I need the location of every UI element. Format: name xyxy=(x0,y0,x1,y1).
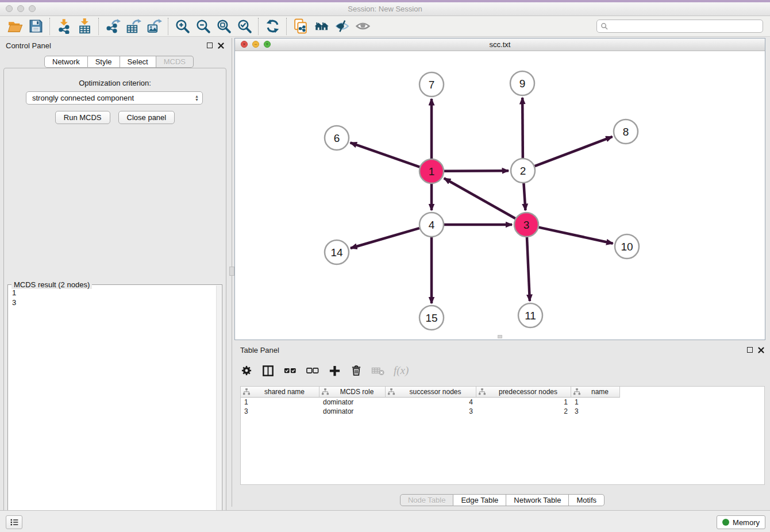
delete-rows-button[interactable] xyxy=(350,364,363,377)
tab-network[interactable]: Network xyxy=(44,56,88,68)
float-table-panel-icon[interactable] xyxy=(747,347,753,353)
optimization-criterion-select[interactable]: strongly connected component ▲▼ xyxy=(26,91,203,105)
table-body: 1dominator4113dominator323 xyxy=(241,398,764,416)
tab-network-table[interactable]: Network Table xyxy=(506,494,569,506)
edge-2-3[interactable] xyxy=(523,183,525,210)
column-type-icon xyxy=(479,388,486,395)
create-column-button[interactable] xyxy=(328,364,341,377)
save-session-button[interactable] xyxy=(25,17,46,36)
column-header-name[interactable]: name xyxy=(571,387,620,398)
maximize-window-button[interactable] xyxy=(29,5,36,12)
edge-2-9[interactable] xyxy=(522,98,523,158)
table-cell: 2 xyxy=(476,407,571,416)
tab-edge-table[interactable]: Edge Table xyxy=(453,494,506,506)
memory-button[interactable]: Memory xyxy=(717,515,765,529)
table-settings-button[interactable] xyxy=(240,364,253,377)
network-window-titlebar[interactable]: × − + scc.txt xyxy=(235,38,765,51)
unselect-all-columns-button[interactable] xyxy=(306,364,319,377)
zoom-selected-button[interactable] xyxy=(234,17,255,36)
table-cell: 4 xyxy=(386,398,476,407)
node-table: shared nameMCDS rolesuccessor nodesprede… xyxy=(240,386,765,485)
close-window-button[interactable] xyxy=(6,5,13,12)
select-all-columns-button[interactable] xyxy=(283,364,297,377)
minimize-window-button[interactable] xyxy=(17,5,24,12)
mcds-result-scrollbar[interactable] xyxy=(216,286,221,532)
refresh-button[interactable] xyxy=(262,17,283,36)
table-cell: dominator xyxy=(319,398,386,407)
app-titlebar: Session: New Session xyxy=(0,2,770,16)
tab-mcds[interactable]: MCDS xyxy=(156,56,194,68)
delete-column-button[interactable] xyxy=(371,364,385,377)
column-type-icon xyxy=(243,388,250,395)
export-network-button[interactable] xyxy=(102,17,123,36)
network-graph[interactable]: 7968124314101511 xyxy=(235,51,765,340)
run-mcds-button[interactable]: Run MCDS xyxy=(55,111,110,124)
fit-content-button[interactable] xyxy=(213,17,234,36)
node-label-8: 8 xyxy=(623,126,629,138)
open-session-button[interactable] xyxy=(5,17,25,36)
function-builder-button[interactable]: f(x) xyxy=(394,364,409,377)
export-table-button[interactable] xyxy=(123,17,144,36)
panel-splitter-handle[interactable] xyxy=(229,267,234,276)
node-label-11: 11 xyxy=(525,310,536,322)
search-field[interactable] xyxy=(596,20,763,33)
node-label-14: 14 xyxy=(330,246,343,259)
task-history-button[interactable] xyxy=(6,515,22,529)
edge-3-1[interactable] xyxy=(444,178,515,218)
network-window-title: scc.txt xyxy=(235,38,765,51)
search-input[interactable] xyxy=(608,22,759,30)
column-header-successor-nodes[interactable]: successor nodes xyxy=(386,387,476,398)
tab-node-table[interactable]: Node Table xyxy=(400,494,454,506)
trash-icon xyxy=(350,364,363,377)
table-cell: dominator xyxy=(319,407,386,416)
tab-select[interactable]: Select xyxy=(120,56,156,68)
column-header-mcds-role[interactable]: MCDS role xyxy=(319,387,386,398)
node-label-15: 15 xyxy=(425,312,437,324)
close-panel-button[interactable]: Close panel xyxy=(118,111,175,124)
edge-1-2[interactable] xyxy=(444,171,509,171)
close-panel-icon[interactable] xyxy=(218,43,224,49)
tab-motifs[interactable]: Motifs xyxy=(569,494,605,506)
mcds-result-text[interactable]: 13 xyxy=(9,286,216,532)
node-label-6: 6 xyxy=(334,132,340,144)
float-panel-icon[interactable] xyxy=(207,43,213,48)
edge-3-10[interactable] xyxy=(538,228,613,244)
gear-icon xyxy=(240,364,253,377)
edge-3-11[interactable] xyxy=(527,237,530,301)
edge-2-8[interactable] xyxy=(535,137,613,166)
clone-network-button[interactable] xyxy=(290,17,311,36)
edge-4-14[interactable] xyxy=(351,228,419,248)
import-table-button[interactable] xyxy=(74,17,95,36)
control-panel: Control Panel NetworkStyleSelectMCDS Opt… xyxy=(0,38,230,507)
toolbar-separator xyxy=(258,18,259,35)
show-columns-button[interactable] xyxy=(261,364,275,377)
hide-graphics-details-button[interactable] xyxy=(332,17,352,36)
table-row[interactable]: 1dominator411 xyxy=(241,398,764,407)
window-controls xyxy=(6,5,36,12)
maximize-network-button[interactable]: + xyxy=(264,41,271,48)
edge-layer xyxy=(351,98,613,303)
memory-status-dot xyxy=(722,519,729,526)
table-header-row: shared nameMCDS rolesuccessor nodesprede… xyxy=(241,387,764,398)
node-label-7: 7 xyxy=(429,79,435,91)
edge-1-6[interactable] xyxy=(351,142,420,167)
column-header-shared-name[interactable]: shared name xyxy=(241,387,319,398)
zoom-in-button[interactable] xyxy=(172,17,192,36)
table-row[interactable]: 3dominator323 xyxy=(241,407,764,416)
column-header-predecessor-nodes[interactable]: predecessor nodes xyxy=(476,387,571,398)
table-cell: 3 xyxy=(386,407,476,416)
houses-button[interactable] xyxy=(311,17,332,36)
table-panel-title: Table Panel xyxy=(240,346,747,354)
export-image-button[interactable] xyxy=(144,17,164,36)
zoom-out-button[interactable] xyxy=(192,17,213,36)
tab-style[interactable]: Style xyxy=(88,56,120,68)
minimize-network-button[interactable]: − xyxy=(252,41,259,48)
network-window-controls: × − + xyxy=(241,41,271,48)
eye-button[interactable] xyxy=(352,17,373,36)
network-resize-handle[interactable] xyxy=(498,335,502,338)
zoom-selected-icon xyxy=(237,18,252,34)
save-session-icon xyxy=(28,18,44,34)
import-network-button[interactable] xyxy=(53,17,74,36)
close-table-panel-icon[interactable] xyxy=(758,347,764,353)
close-network-button[interactable]: × xyxy=(241,41,248,48)
